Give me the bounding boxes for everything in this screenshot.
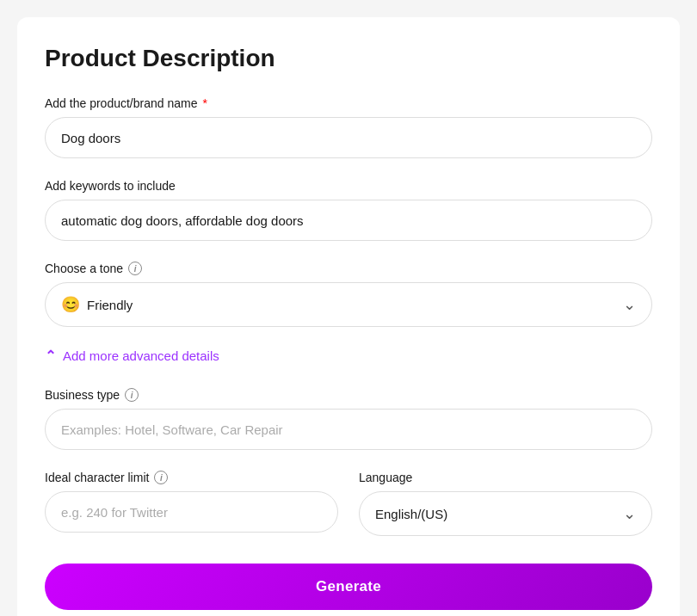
character-limit-group: Ideal character limit i <box>45 471 338 533</box>
advanced-chevron-up-icon: ⌃ <box>45 348 56 364</box>
business-type-group: Business type i <box>45 388 652 450</box>
generate-button[interactable]: Generate <box>45 564 652 610</box>
tone-label-text: Friendly <box>87 298 133 312</box>
language-select-wrapper: English/(US) ⌄ <box>359 491 652 536</box>
keywords-group: Add keywords to include <box>45 179 652 241</box>
page-title: Product Description <box>45 45 652 72</box>
tone-selected-value: 😊 Friendly <box>61 295 133 314</box>
business-type-info-icon[interactable]: i <box>125 388 139 402</box>
product-name-label: Add the product/brand name * <box>45 96 652 110</box>
language-group: Language English/(US) ⌄ <box>359 471 652 536</box>
advanced-toggle-label: Add more advanced details <box>63 348 219 363</box>
product-name-group: Add the product/brand name * <box>45 96 652 158</box>
tone-select-wrapper: 😊 Friendly ⌄ <box>45 282 652 327</box>
language-label: Language <box>359 471 652 484</box>
character-limit-info-icon[interactable]: i <box>154 471 168 484</box>
bottom-row: Ideal character limit i Language English… <box>45 471 652 557</box>
tone-info-icon[interactable]: i <box>128 262 142 275</box>
keywords-label: Add keywords to include <box>45 179 652 193</box>
character-limit-label: Ideal character limit i <box>45 471 338 484</box>
product-name-input[interactable] <box>45 117 652 158</box>
language-chevron-down-icon: ⌄ <box>623 504 636 523</box>
tone-group: Choose a tone i 😊 Friendly ⌄ <box>45 262 652 327</box>
tone-select[interactable]: 😊 Friendly ⌄ <box>45 282 652 327</box>
language-selected-value: English/(US) <box>375 507 447 521</box>
tone-emoji: 😊 <box>61 295 80 314</box>
advanced-details-toggle[interactable]: ⌃ Add more advanced details <box>45 348 652 364</box>
business-type-input[interactable] <box>45 409 652 450</box>
language-select[interactable]: English/(US) ⌄ <box>359 491 652 536</box>
product-description-form: Product Description Add the product/bran… <box>17 17 680 616</box>
tone-label: Choose a tone i <box>45 262 652 275</box>
tone-chevron-down-icon: ⌄ <box>623 295 636 314</box>
keywords-input[interactable] <box>45 200 652 241</box>
required-star: * <box>202 96 207 110</box>
business-type-label: Business type i <box>45 388 652 402</box>
character-limit-input[interactable] <box>45 491 338 533</box>
